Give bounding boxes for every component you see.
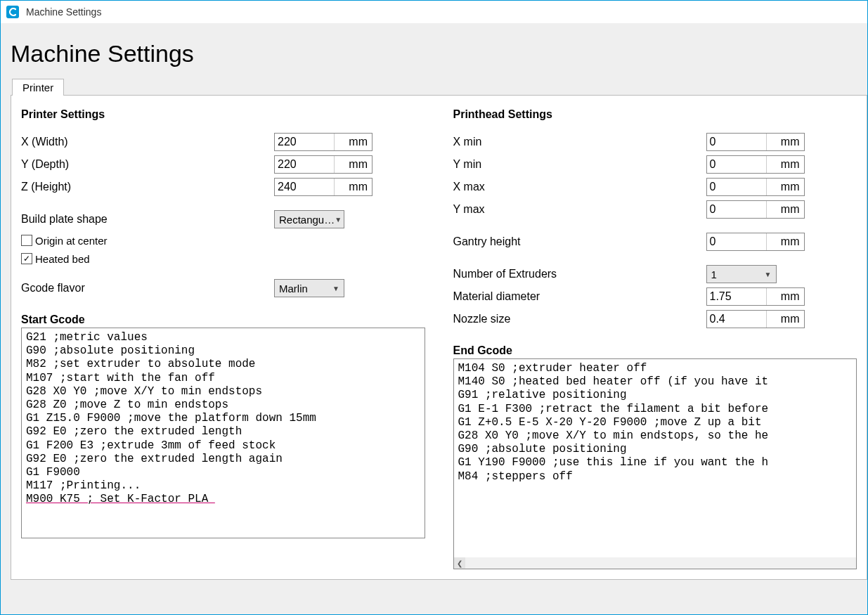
printer-settings-column: Printer Settings X (Width) mm Y (Depth) …: [21, 108, 425, 569]
x-max-field: mm: [706, 178, 805, 196]
x-width-input[interactable]: [275, 134, 335, 150]
nozzle-size-label: Nozzle size: [453, 313, 706, 325]
nozzle-size-unit: mm: [767, 313, 804, 325]
x-width-unit: mm: [335, 136, 372, 148]
end-gcode-textarea[interactable]: M104 S0 ;extruder heater off M140 S0 ;he…: [454, 359, 857, 557]
gcode-flavor-label: Gcode flavor: [21, 282, 274, 294]
gantry-height-input[interactable]: [707, 233, 767, 250]
titlebar: Machine Settings: [1, 1, 867, 23]
num-extruders-value: 1: [711, 268, 717, 280]
x-max-label: X max: [453, 181, 706, 193]
num-extruders-dropdown[interactable]: 1 ▼: [706, 265, 777, 283]
y-max-input[interactable]: [707, 201, 767, 218]
material-diameter-unit: mm: [767, 290, 804, 303]
heated-bed-row: Heated bed: [21, 250, 425, 267]
gantry-height-field: mm: [706, 233, 805, 251]
x-min-input[interactable]: [707, 134, 767, 150]
nozzle-size-input[interactable]: [707, 311, 767, 328]
material-diameter-label: Material diameter: [453, 290, 706, 303]
build-plate-shape-dropdown[interactable]: Rectangu… ▼: [274, 210, 344, 228]
material-diameter-field: mm: [706, 287, 805, 306]
y-depth-label: Y (Depth): [21, 158, 274, 171]
tabs-row: Printer: [11, 79, 867, 96]
y-max-row: Y max mm: [453, 200, 857, 219]
svg-rect-0: [6, 6, 19, 18]
y-min-field: mm: [706, 155, 805, 174]
x-min-unit: mm: [767, 136, 804, 148]
tab-panel: Printer Settings X (Width) mm Y (Depth) …: [11, 95, 867, 580]
end-gcode-heading: End Gcode: [453, 344, 857, 357]
heated-bed-checkbox[interactable]: [21, 253, 32, 264]
z-height-label: Z (Height): [21, 181, 274, 193]
x-width-label: X (Width): [21, 136, 274, 148]
y-max-label: Y max: [453, 203, 706, 216]
y-depth-field: mm: [274, 155, 373, 174]
nozzle-size-field: mm: [706, 310, 805, 328]
num-extruders-label: Number of Extruders: [453, 268, 706, 280]
z-height-input[interactable]: [275, 179, 335, 195]
app-icon: [5, 4, 20, 20]
y-max-field: mm: [706, 200, 805, 219]
nozzle-size-row: Nozzle size mm: [453, 309, 857, 329]
build-plate-shape-label: Build plate shape: [21, 213, 274, 226]
gcode-flavor-row: Gcode flavor Marlin ▼: [21, 278, 425, 298]
y-max-unit: mm: [767, 203, 804, 216]
y-depth-row: Y (Depth) mm: [21, 155, 425, 174]
chevron-down-icon: ▼: [335, 216, 342, 224]
x-max-unit: mm: [767, 181, 804, 193]
content-area: Machine Settings Printer Printer Setting…: [1, 23, 867, 580]
printhead-settings-column: Printhead Settings X min mm Y min mm: [453, 108, 857, 569]
y-depth-unit: mm: [335, 158, 372, 171]
chevron-down-icon: ▼: [765, 271, 772, 278]
x-min-row: X min mm: [453, 132, 857, 152]
x-width-row: X (Width) mm: [21, 132, 425, 152]
num-extruders-row: Number of Extruders 1 ▼: [453, 264, 857, 284]
end-gcode-box: M104 S0 ;extruder heater off M140 S0 ;he…: [453, 358, 857, 569]
start-gcode-heading: Start Gcode: [21, 313, 425, 326]
end-gcode-hscrollbar[interactable]: ❮: [454, 557, 857, 569]
y-min-row: Y min mm: [453, 155, 857, 174]
y-min-unit: mm: [767, 158, 804, 171]
material-diameter-input[interactable]: [707, 288, 767, 305]
x-min-label: X min: [453, 136, 706, 148]
z-height-field: mm: [274, 178, 373, 196]
material-diameter-row: Material diameter mm: [453, 287, 857, 306]
gcode-flavor-dropdown[interactable]: Marlin ▼: [274, 279, 344, 297]
page-title: Machine Settings: [11, 40, 867, 67]
gantry-height-unit: mm: [767, 235, 804, 248]
start-gcode-box: G21 ;metric values G90 ;absolute positio…: [21, 328, 425, 538]
start-gcode-highlighted-line: M900 K75 ; Set K-Factor PLA: [26, 493, 215, 505]
y-min-label: Y min: [453, 158, 706, 171]
heated-bed-label: Heated bed: [35, 253, 90, 265]
build-plate-shape-row: Build plate shape Rectangu… ▼: [21, 209, 425, 229]
origin-at-center-label: Origin at center: [35, 235, 108, 247]
z-height-row: Z (Height) mm: [21, 177, 425, 197]
machine-settings-window: Machine Settings Machine Settings Printe…: [0, 0, 868, 615]
y-depth-input[interactable]: [275, 156, 335, 173]
build-plate-shape-value: Rectangu…: [279, 214, 335, 226]
x-max-input[interactable]: [707, 179, 767, 195]
x-width-field: mm: [274, 133, 373, 151]
x-min-field: mm: [706, 133, 805, 151]
scroll-left-icon[interactable]: ❮: [454, 557, 465, 569]
gcode-flavor-value: Marlin: [279, 283, 308, 294]
printer-settings-heading: Printer Settings: [21, 108, 425, 121]
start-gcode-textarea[interactable]: G21 ;metric values G90 ;absolute positio…: [22, 328, 425, 526]
x-max-row: X max mm: [453, 177, 857, 197]
gantry-height-row: Gantry height mm: [453, 232, 857, 252]
origin-at-center-row: Origin at center: [21, 232, 425, 249]
printhead-settings-heading: Printhead Settings: [453, 108, 857, 121]
origin-at-center-checkbox[interactable]: [21, 235, 32, 246]
start-gcode-content: G21 ;metric values G90 ;absolute positio…: [26, 331, 316, 492]
z-height-unit: mm: [335, 181, 372, 193]
y-min-input[interactable]: [707, 156, 767, 173]
tab-printer[interactable]: Printer: [12, 79, 64, 96]
chevron-down-icon: ▼: [332, 285, 339, 292]
scroll-track[interactable]: [465, 557, 857, 569]
window-title: Machine Settings: [26, 6, 101, 18]
gantry-height-label: Gantry height: [453, 235, 706, 248]
